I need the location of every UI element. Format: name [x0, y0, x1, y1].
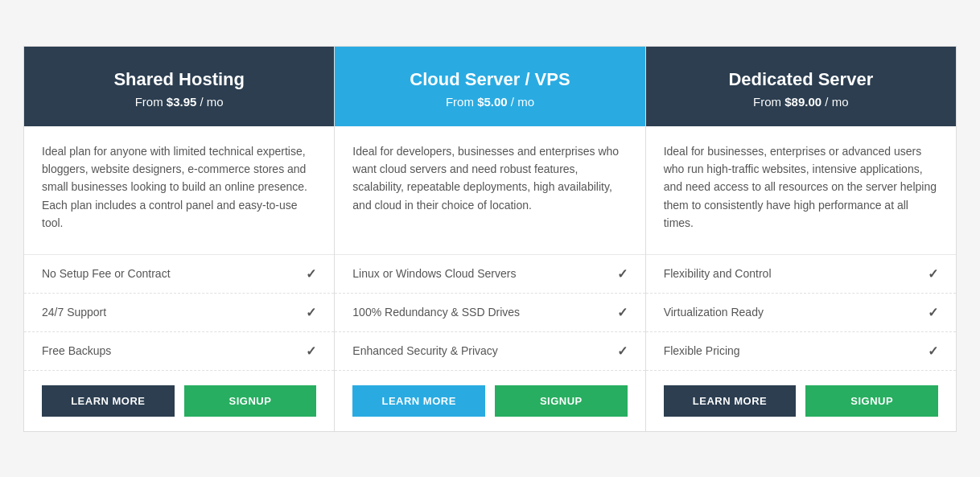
feature-row: Enhanced Security & Privacy✓	[335, 332, 644, 371]
feature-label: Free Backups	[42, 344, 111, 357]
card-price-dedicated-server: From $89.00 / mo	[662, 95, 940, 109]
feature-list-cloud-vps: Linux or Windows Cloud Servers✓100% Redu…	[335, 255, 644, 371]
card-footer-cloud-vps: LEARN MORESIGNUP	[335, 371, 644, 431]
feature-label: No Setup Fee or Contract	[42, 267, 171, 280]
feature-row: 100% Redundancy & SSD Drives✓	[335, 294, 644, 332]
feature-label: Virtualization Ready	[664, 306, 764, 319]
learn-more-button-cloud-vps[interactable]: LEARN MORE	[352, 385, 485, 417]
card-title-shared-hosting: Shared Hosting	[40, 69, 318, 90]
card-description-dedicated-server: Ideal for businesses, enterprises or adv…	[646, 126, 956, 255]
card-price-shared-hosting: From $3.95 / mo	[40, 95, 318, 109]
feature-row: Flexible Pricing✓	[646, 332, 956, 371]
feature-list-shared-hosting: No Setup Fee or Contract✓24/7 Support✓Fr…	[24, 255, 334, 371]
card-price-cloud-vps: From $5.00 / mo	[351, 95, 628, 109]
pricing-card-dedicated-server: Dedicated ServerFrom $89.00 / moIdeal fo…	[646, 46, 957, 432]
feature-row: No Setup Fee or Contract✓	[24, 255, 334, 294]
feature-row: Flexibility and Control✓	[646, 255, 956, 294]
feature-label: Flexible Pricing	[664, 344, 740, 357]
feature-list-dedicated-server: Flexibility and Control✓Virtualization R…	[646, 255, 956, 371]
card-header-dedicated-server: Dedicated ServerFrom $89.00 / mo	[646, 47, 956, 126]
feature-check-icon: ✓	[617, 343, 628, 359]
card-description-cloud-vps: Ideal for developers, businesses and ent…	[335, 126, 644, 255]
feature-check-icon: ✓	[306, 266, 316, 282]
learn-more-button-shared-hosting[interactable]: LEARN MORE	[42, 385, 175, 417]
card-footer-dedicated-server: LEARN MORESIGNUP	[646, 371, 956, 431]
feature-label: 24/7 Support	[42, 306, 106, 319]
card-header-shared-hosting: Shared HostingFrom $3.95 / mo	[24, 47, 334, 126]
card-description-shared-hosting: Ideal plan for anyone with limited techn…	[24, 126, 334, 255]
feature-check-icon: ✓	[928, 343, 938, 359]
feature-check-icon: ✓	[617, 305, 628, 320]
feature-label: 100% Redundancy & SSD Drives	[352, 306, 520, 319]
feature-check-icon: ✓	[928, 266, 938, 282]
feature-check-icon: ✓	[306, 343, 316, 359]
feature-check-icon: ✓	[617, 266, 628, 282]
signup-button-shared-hosting[interactable]: SIGNUP	[184, 385, 317, 417]
pricing-card-shared-hosting: Shared HostingFrom $3.95 / moIdeal plan …	[23, 46, 335, 432]
feature-row: 24/7 Support✓	[24, 294, 334, 332]
feature-label: Flexibility and Control	[664, 267, 772, 280]
feature-check-icon: ✓	[928, 305, 938, 320]
signup-button-dedicated-server[interactable]: SIGNUP	[805, 385, 938, 417]
card-title-dedicated-server: Dedicated Server	[662, 69, 940, 90]
feature-label: Enhanced Security & Privacy	[352, 344, 498, 357]
feature-row: Virtualization Ready✓	[646, 294, 956, 332]
card-header-cloud-vps: Cloud Server / VPSFrom $5.00 / mo	[335, 47, 644, 126]
learn-more-button-dedicated-server[interactable]: LEARN MORE	[664, 385, 797, 417]
pricing-card-cloud-vps: Cloud Server / VPSFrom $5.00 / moIdeal f…	[335, 46, 645, 432]
card-title-cloud-vps: Cloud Server / VPS	[351, 69, 628, 90]
feature-row: Free Backups✓	[24, 332, 334, 371]
feature-row: Linux or Windows Cloud Servers✓	[335, 255, 644, 294]
card-footer-shared-hosting: LEARN MORESIGNUP	[24, 371, 334, 431]
signup-button-cloud-vps[interactable]: SIGNUP	[495, 385, 628, 417]
pricing-container: Shared HostingFrom $3.95 / moIdeal plan …	[23, 46, 957, 432]
feature-check-icon: ✓	[306, 305, 316, 320]
feature-label: Linux or Windows Cloud Servers	[352, 267, 516, 280]
